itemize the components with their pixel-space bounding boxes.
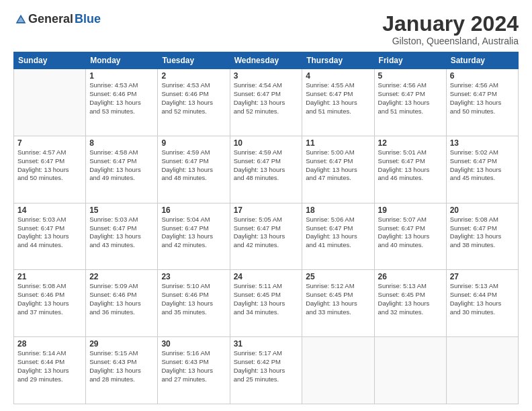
calendar-day: 12Sunrise: 5:01 AM Sunset: 6:47 PM Dayli… [374,136,446,203]
logo-blue-text: Blue [75,12,101,26]
day-number: 4 [306,71,370,81]
day-info: Sunrise: 4:59 AM Sunset: 6:47 PM Dayligh… [234,148,299,183]
day-number: 26 [378,272,443,281]
day-number: 23 [161,272,226,281]
day-number: 1 [89,71,154,81]
calendar-day: 29Sunrise: 5:15 AM Sunset: 6:43 PM Dayli… [86,337,158,404]
day-number: 17 [234,205,299,215]
day-info: Sunrise: 4:58 AM Sunset: 6:47 PM Dayligh… [89,148,154,183]
location: Gilston, Queensland, Australia [382,36,519,46]
day-info: Sunrise: 5:12 AM Sunset: 6:45 PM Dayligh… [306,282,370,316]
day-info: Sunrise: 5:02 AM Sunset: 6:47 PM Dayligh… [450,148,515,183]
day-number: 2 [161,71,226,81]
day-info: Sunrise: 5:06 AM Sunset: 6:47 PM Dayligh… [306,216,370,250]
header: GeneralBlue January 2024 Gilston, Queens… [13,12,519,46]
calendar-day: 18Sunrise: 5:06 AM Sunset: 6:47 PM Dayli… [302,203,374,270]
calendar-day: 31Sunrise: 5:17 AM Sunset: 6:42 PM Dayli… [230,337,302,404]
calendar-day: 7Sunrise: 4:57 AM Sunset: 6:47 PM Daylig… [14,136,86,203]
day-number: 30 [161,339,226,349]
day-info: Sunrise: 4:56 AM Sunset: 6:47 PM Dayligh… [450,81,515,116]
day-number: 21 [17,272,82,281]
day-info: Sunrise: 5:04 AM Sunset: 6:47 PM Dayligh… [161,216,226,250]
day-number: 8 [89,138,154,148]
calendar-week-4: 21Sunrise: 5:08 AM Sunset: 6:46 PM Dayli… [14,270,519,337]
calendar-week-1: 1Sunrise: 4:53 AM Sunset: 6:46 PM Daylig… [14,69,519,136]
col-wednesday: Wednesday [230,52,302,69]
day-info: Sunrise: 4:53 AM Sunset: 6:46 PM Dayligh… [161,81,226,116]
calendar-day: 28Sunrise: 5:14 AM Sunset: 6:44 PM Dayli… [14,337,86,404]
day-info: Sunrise: 5:08 AM Sunset: 6:46 PM Dayligh… [17,282,82,316]
day-number: 28 [17,339,82,349]
day-number: 16 [161,205,226,215]
day-info: Sunrise: 5:03 AM Sunset: 6:47 PM Dayligh… [89,216,154,250]
calendar-day: 8Sunrise: 4:58 AM Sunset: 6:47 PM Daylig… [86,136,158,203]
calendar-day: 24Sunrise: 5:11 AM Sunset: 6:45 PM Dayli… [230,270,302,337]
day-number: 12 [378,138,443,148]
day-number: 18 [306,205,370,215]
day-number: 22 [89,272,154,281]
calendar-day: 19Sunrise: 5:07 AM Sunset: 6:47 PM Dayli… [374,203,446,270]
day-number: 14 [17,205,82,215]
day-info: Sunrise: 5:11 AM Sunset: 6:45 PM Dayligh… [234,282,299,316]
day-info: Sunrise: 5:13 AM Sunset: 6:44 PM Dayligh… [450,282,515,316]
calendar-day: 30Sunrise: 5:16 AM Sunset: 6:43 PM Dayli… [158,337,230,404]
col-saturday: Saturday [446,52,518,69]
day-info: Sunrise: 5:17 AM Sunset: 6:42 PM Dayligh… [234,349,299,383]
calendar-day: 3Sunrise: 4:54 AM Sunset: 6:47 PM Daylig… [230,69,302,136]
logo-general-text: General [28,12,73,26]
calendar-day: 27Sunrise: 5:13 AM Sunset: 6:44 PM Dayli… [446,270,518,337]
day-info: Sunrise: 5:08 AM Sunset: 6:47 PM Dayligh… [450,216,515,250]
day-info: Sunrise: 4:59 AM Sunset: 6:47 PM Dayligh… [161,148,226,183]
day-info: Sunrise: 4:56 AM Sunset: 6:47 PM Dayligh… [378,81,443,116]
day-number: 13 [450,138,515,148]
day-number: 7 [17,138,82,148]
day-info: Sunrise: 5:07 AM Sunset: 6:47 PM Dayligh… [378,216,443,250]
calendar-header-row: Sunday Monday Tuesday Wednesday Thursday… [14,52,519,69]
day-info: Sunrise: 4:57 AM Sunset: 6:47 PM Dayligh… [17,148,82,183]
col-friday: Friday [374,52,446,69]
calendar-day: 9Sunrise: 4:59 AM Sunset: 6:47 PM Daylig… [158,136,230,203]
calendar-day: 20Sunrise: 5:08 AM Sunset: 6:47 PM Dayli… [446,203,518,270]
day-info: Sunrise: 5:15 AM Sunset: 6:43 PM Dayligh… [89,349,154,383]
day-number: 19 [378,205,443,215]
calendar-day: 22Sunrise: 5:09 AM Sunset: 6:46 PM Dayli… [86,270,158,337]
month-title: January 2024 [382,12,519,36]
day-number: 10 [234,138,299,148]
calendar-day: 11Sunrise: 5:00 AM Sunset: 6:47 PM Dayli… [302,136,374,203]
day-info: Sunrise: 4:53 AM Sunset: 6:46 PM Dayligh… [89,81,154,116]
calendar-day: 26Sunrise: 5:13 AM Sunset: 6:45 PM Dayli… [374,270,446,337]
col-sunday: Sunday [14,52,86,69]
page: GeneralBlue January 2024 Gilston, Queens… [0,0,532,411]
col-thursday: Thursday [302,52,374,69]
day-number: 3 [234,71,299,81]
calendar-day: 10Sunrise: 4:59 AM Sunset: 6:47 PM Dayli… [230,136,302,203]
calendar-day: 17Sunrise: 5:05 AM Sunset: 6:47 PM Dayli… [230,203,302,270]
calendar-day: 14Sunrise: 5:03 AM Sunset: 6:47 PM Dayli… [14,203,86,270]
calendar-day [302,337,374,404]
calendar-week-3: 14Sunrise: 5:03 AM Sunset: 6:47 PM Dayli… [14,203,519,270]
calendar-day: 1Sunrise: 4:53 AM Sunset: 6:46 PM Daylig… [86,69,158,136]
day-number: 20 [450,205,515,215]
calendar-day: 2Sunrise: 4:53 AM Sunset: 6:46 PM Daylig… [158,69,230,136]
calendar-week-2: 7Sunrise: 4:57 AM Sunset: 6:47 PM Daylig… [14,136,519,203]
day-info: Sunrise: 5:13 AM Sunset: 6:45 PM Dayligh… [378,282,443,316]
logo: GeneralBlue [13,12,101,26]
day-number: 5 [378,71,443,81]
calendar-day: 5Sunrise: 4:56 AM Sunset: 6:47 PM Daylig… [374,69,446,136]
calendar-day: 13Sunrise: 5:02 AM Sunset: 6:47 PM Dayli… [446,136,518,203]
col-tuesday: Tuesday [158,52,230,69]
calendar-day: 21Sunrise: 5:08 AM Sunset: 6:46 PM Dayli… [14,270,86,337]
day-info: Sunrise: 5:00 AM Sunset: 6:47 PM Dayligh… [306,148,370,183]
col-monday: Monday [86,52,158,69]
calendar-day: 6Sunrise: 4:56 AM Sunset: 6:47 PM Daylig… [446,69,518,136]
day-number: 11 [306,138,370,148]
logo-icon [15,13,27,26]
day-info: Sunrise: 4:54 AM Sunset: 6:47 PM Dayligh… [234,81,299,116]
day-number: 9 [161,138,226,148]
calendar-week-5: 28Sunrise: 5:14 AM Sunset: 6:44 PM Dayli… [14,337,519,404]
day-info: Sunrise: 5:05 AM Sunset: 6:47 PM Dayligh… [234,216,299,250]
day-number: 29 [89,339,154,349]
calendar-day [14,69,86,136]
day-info: Sunrise: 5:03 AM Sunset: 6:47 PM Dayligh… [17,216,82,250]
day-info: Sunrise: 4:55 AM Sunset: 6:47 PM Dayligh… [306,81,370,116]
